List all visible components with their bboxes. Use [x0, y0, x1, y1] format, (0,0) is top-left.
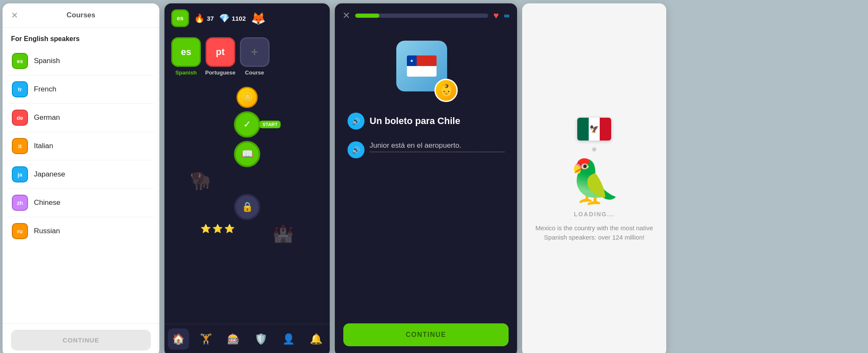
chile-blue-stripe: ★ — [407, 55, 417, 66]
avatar-icon[interactable]: 🦊 — [251, 11, 266, 25]
home-nav-icon[interactable]: 🏠 — [168, 328, 189, 350]
spanish-label: Spanish — [175, 69, 197, 76]
shield-nav-icon[interactable]: 🛡️ — [250, 328, 272, 350]
lang-badge-fr: fr — [12, 81, 28, 97]
answer-speaker-button[interactable]: 🔊 — [348, 141, 364, 158]
progress-fill — [355, 14, 379, 18]
start-label: START — [259, 121, 281, 128]
locked-node: 🔒 — [234, 194, 260, 220]
lang-name-fr: French — [34, 85, 56, 94]
gems-value: 1102 — [232, 15, 246, 22]
dumbbell-nav-icon[interactable]: 🏋️ — [195, 328, 217, 350]
profile-nav-icon[interactable]: 👤 — [278, 328, 299, 350]
lesson-progress-bar — [355, 14, 488, 18]
stars-node: ⭐ ⭐ ⭐ — [200, 223, 235, 243]
language-item-es[interactable]: esSpanish — [8, 47, 154, 75]
spanish-badge: es — [171, 37, 201, 67]
language-list: esSpanishfrFrenchdeGermanitItalianjaJapa… — [3, 47, 159, 323]
checkmark-icon: ✓ — [243, 119, 251, 130]
mascot-row: 🦬 — [164, 171, 330, 190]
streak-value: 37 — [207, 15, 214, 22]
language-item-zh[interactable]: zhChinese — [8, 189, 154, 217]
lesson-content: ★ 👶 🔊 Un boleto para Chile 🔊 Junior está… — [335, 28, 517, 317]
course-selector: es Spanish pt Portuguese + Course — [164, 33, 330, 83]
loading-fact: Mexico is the country with the most nati… — [535, 223, 654, 243]
bell-nav-icon[interactable]: 🔔 — [306, 328, 327, 350]
start-row: ✓ START — [164, 111, 330, 138]
add-badge: + — [240, 37, 270, 67]
gems-stat: 💎 1102 — [219, 13, 246, 23]
chile-star: ★ — [410, 58, 414, 63]
lesson-sentence-area: 🔊 Un boleto para Chile 🔊 Junior está en … — [348, 113, 504, 158]
map-path: 🪙 ✓ START 📖 🦬 🔒 — [164, 87, 330, 243]
add-course-option[interactable]: + Course — [240, 37, 270, 76]
lang-badge-zh: zh — [12, 195, 28, 211]
coin-node: 🪙 — [236, 87, 258, 108]
courses-title: Courses — [67, 11, 95, 19]
lang-badge-ru: ru — [12, 223, 28, 239]
mexico-red-stripe — [600, 118, 611, 141]
language-item-ru[interactable]: ruRussian — [8, 217, 154, 245]
lesson-panel: ✕ ♥ ∞ ★ 👶 🔊 — [335, 3, 517, 353]
mexico-white-stripe: 🦅 — [589, 118, 600, 141]
map-scroll-area: 🪙 ✓ START 📖 🦬 🔒 — [164, 83, 330, 324]
lesson-close-button[interactable]: ✕ — [342, 10, 350, 21]
loading-dot — [592, 147, 596, 152]
character-bubble: 👶 — [434, 79, 458, 102]
book-node[interactable]: 📖 — [234, 141, 260, 167]
mascot-node: 🦬 — [190, 171, 211, 190]
courses-footer: CONTINUE — [3, 323, 159, 353]
gem-icon: 💎 — [219, 13, 230, 23]
portuguese-label: Portuguese — [205, 69, 236, 76]
mexico-eagle: 🦅 — [590, 124, 599, 134]
speaker-button[interactable]: 🔊 — [348, 113, 364, 130]
flame-icon: 🔥 — [194, 13, 205, 23]
chest-node: 🏰 — [273, 223, 294, 243]
lang-name-ru: Russian — [34, 227, 60, 235]
start-node[interactable]: ✓ START — [234, 111, 260, 138]
loading-label: LOADING... — [574, 211, 615, 218]
star2-icon: ⭐ — [212, 223, 223, 243]
courses-header: ✕ Courses — [3, 3, 159, 28]
chile-red-stripe — [417, 55, 437, 66]
locked-row: 🔒 — [164, 194, 330, 220]
chile-flag: ★ — [407, 55, 437, 77]
language-item-it[interactable]: itItalian — [8, 132, 154, 160]
loading-panel: 🦅 🦜 LOADING... Mexico is the country wit… — [522, 3, 666, 353]
star3-icon: ⭐ — [224, 223, 235, 243]
language-item-fr[interactable]: frFrench — [8, 75, 154, 104]
close-button[interactable]: ✕ — [11, 10, 18, 20]
lang-badge-ja: ja — [12, 166, 28, 182]
map-navbar: 🏠 🏋️ 🎰 🛡️ 👤 🔔 — [164, 324, 330, 353]
streak-stat: 🔥 37 — [194, 13, 214, 23]
lang-name-zh: Chinese — [34, 199, 60, 207]
courses-panel: ✕ Courses For English speakers esSpanish… — [3, 3, 159, 353]
coin-row: 🪙 — [164, 87, 330, 108]
lang-name-ja: Japanese — [34, 170, 65, 179]
portuguese-course-option[interactable]: pt Portuguese — [205, 37, 236, 76]
lang-name-es: Spanish — [34, 57, 60, 65]
mexico-green-stripe — [577, 118, 589, 141]
store-nav-icon[interactable]: 🎰 — [223, 328, 244, 350]
lang-name-de: German — [34, 113, 60, 122]
language-item-de[interactable]: deGerman — [8, 104, 154, 132]
lang-name-it: Italian — [34, 142, 53, 150]
stars-chest-row: ⭐ ⭐ ⭐ 🏰 — [164, 223, 330, 243]
es-badge[interactable]: es — [171, 9, 189, 27]
main-sentence: 🔊 Un boleto para Chile — [348, 113, 504, 130]
spanish-course-option[interactable]: es Spanish — [171, 37, 201, 76]
lesson-continue-button[interactable]: CONTINUE — [343, 323, 509, 346]
chile-white-stripe — [407, 66, 437, 77]
mexico-flag: 🦅 — [577, 118, 611, 141]
infinity-icon: ∞ — [504, 11, 509, 20]
lesson-footer: CONTINUE — [335, 317, 517, 353]
lesson-answer: 🔊 Junior está en el aeropuerto. — [348, 141, 504, 158]
lang-badge-es: es — [12, 53, 28, 69]
language-item-ja[interactable]: jaJapanese — [8, 160, 154, 189]
section-label: For English speakers — [3, 28, 159, 47]
chile-flag-top: ★ — [407, 55, 437, 66]
continue-button[interactable]: CONTINUE — [11, 330, 151, 350]
book-row: 📖 — [164, 141, 330, 167]
lesson-illustration: ★ 👶 — [396, 41, 456, 100]
map-topbar: es 🔥 37 💎 1102 🦊 — [164, 3, 330, 33]
